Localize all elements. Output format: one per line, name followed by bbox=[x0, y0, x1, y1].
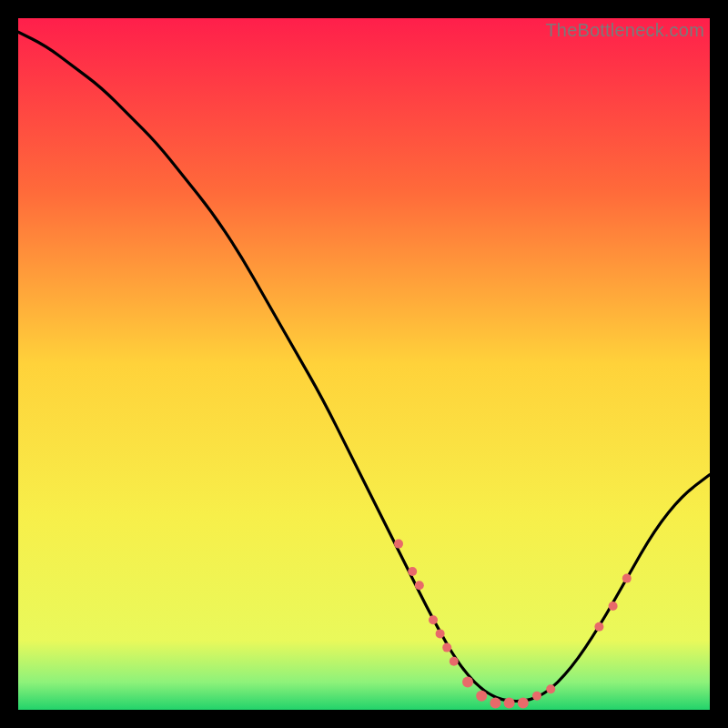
data-marker bbox=[518, 697, 529, 708]
data-marker bbox=[436, 629, 445, 638]
data-marker bbox=[609, 602, 618, 611]
data-marker bbox=[429, 615, 438, 624]
data-marker bbox=[462, 677, 473, 688]
data-marker bbox=[594, 622, 603, 632]
data-marker bbox=[415, 581, 424, 590]
data-marker bbox=[450, 657, 459, 666]
data-marker bbox=[546, 684, 555, 693]
gradient-background bbox=[18, 18, 710, 710]
data-marker bbox=[442, 643, 451, 652]
chart-frame: TheBottleneck.com bbox=[18, 18, 710, 710]
data-marker bbox=[408, 567, 417, 576]
bottleneck-chart bbox=[18, 18, 710, 710]
data-marker bbox=[622, 574, 632, 583]
watermark-text: TheBottleneck.com bbox=[545, 20, 704, 41]
data-marker bbox=[532, 692, 541, 701]
data-marker bbox=[490, 697, 500, 708]
data-marker bbox=[476, 691, 487, 702]
data-marker bbox=[394, 540, 403, 549]
data-marker bbox=[504, 697, 515, 708]
